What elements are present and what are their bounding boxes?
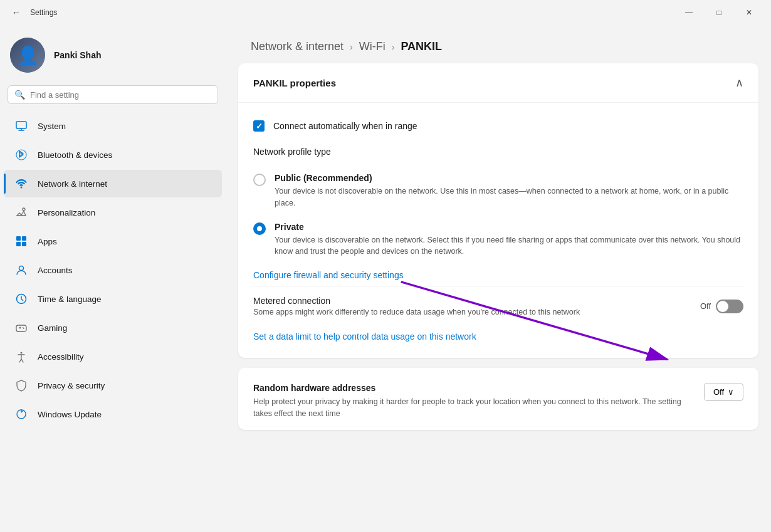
user-profile[interactable]: Panki Shah [0, 25, 226, 83]
random-hw-desc: Help protect your privacy by making it h… [253, 396, 694, 420]
radio-private[interactable]: Private Your device is discoverable on t… [253, 216, 743, 264]
sidebar-item-windowsupdate[interactable]: Windows Update [4, 400, 222, 428]
sidebar-item-network[interactable]: Network & internet [4, 170, 222, 197]
bluetooth-icon [14, 147, 29, 162]
window-controls: — □ ✕ [674, 3, 763, 23]
content-area: Network & internet › Wi-Fi › PANKIL PANK… [226, 25, 771, 532]
panel-header[interactable]: PANKIL properties ∧ [238, 63, 758, 103]
svg-point-11 [21, 352, 23, 354]
user-name: Panki Shah [54, 50, 101, 60]
network-icon [14, 176, 29, 191]
properties-panel: PANKIL properties ∧ Connect automaticall… [238, 63, 758, 358]
sidebar-item-gaming[interactable]: Gaming [4, 314, 222, 342]
metered-toggle[interactable] [716, 300, 743, 313]
radio-public[interactable]: Public (Recommended) Your device is not … [253, 167, 743, 216]
sidebar-item-bluetooth[interactable]: Bluetooth & devices [4, 141, 222, 169]
panel-title: PANKIL properties [253, 78, 336, 88]
sidebar-item-accounts[interactable]: Accounts [4, 256, 222, 284]
gaming-icon [14, 320, 29, 335]
search-input[interactable] [30, 90, 211, 100]
sidebar-item-update-label: Windows Update [38, 410, 102, 419]
svg-rect-0 [16, 122, 26, 128]
metered-desc: Some apps might work differently to redu… [253, 308, 700, 316]
svg-rect-5 [22, 236, 26, 241]
sidebar-item-personalization-label: Personalization [38, 208, 95, 217]
system-icon [14, 118, 29, 133]
breadcrumb: Network & internet › Wi-Fi › PANKIL [226, 25, 771, 63]
sidebar-item-personalization[interactable]: Personalization [4, 199, 222, 226]
panel-body: Connect automatically when in range Netw… [238, 103, 758, 358]
close-button[interactable]: ✕ [735, 3, 763, 23]
random-hw-body: Random hardware addresses Help protect y… [238, 368, 758, 430]
update-icon [14, 407, 29, 422]
search-box[interactable]: 🔍 [8, 85, 218, 104]
metered-title: Metered connection [253, 296, 700, 306]
app-body: Panki Shah 🔍 System Bluetooth & devices … [0, 25, 771, 532]
data-limit-link[interactable]: Set a data limit to help control data us… [253, 325, 743, 348]
svg-rect-6 [16, 242, 21, 246]
privacy-icon [14, 378, 29, 393]
svg-rect-7 [22, 242, 26, 246]
search-icon: 🔍 [14, 90, 25, 100]
metered-status: Off [700, 301, 711, 311]
breadcrumb-level3: PANKIL [401, 40, 442, 53]
breadcrumb-sep1: › [350, 42, 353, 52]
connect-auto-checkbox[interactable] [253, 120, 265, 132]
random-hw-panel: Random hardware addresses Help protect y… [238, 368, 758, 430]
titlebar: ← Settings — □ ✕ [0, 0, 771, 25]
radio-private-circle[interactable] [253, 222, 266, 235]
radio-public-title: Public (Recommended) [275, 173, 743, 183]
random-hw-dropdown[interactable]: Off ∨ [704, 383, 743, 401]
sidebar: Panki Shah 🔍 System Bluetooth & devices … [0, 25, 226, 532]
breadcrumb-sep2: › [392, 42, 395, 52]
panel-collapse-icon: ∧ [735, 76, 743, 90]
sidebar-item-privacy-label: Privacy & security [38, 381, 105, 390]
avatar [10, 38, 45, 73]
network-profile-title: Network profile type [253, 139, 743, 167]
sidebar-item-bluetooth-label: Bluetooth & devices [38, 150, 112, 160]
svg-rect-4 [16, 236, 21, 241]
back-button[interactable]: ← [8, 4, 25, 21]
app-title: Settings [30, 8, 57, 17]
sidebar-item-accessibility-label: Accessibility [38, 352, 84, 362]
accounts-icon [14, 263, 29, 278]
sidebar-item-apps[interactable]: Apps [4, 227, 222, 255]
accessibility-icon [14, 349, 29, 364]
svg-rect-10 [16, 325, 26, 331]
time-icon [14, 291, 29, 306]
sidebar-item-time-label: Time & language [38, 295, 102, 304]
maximize-button[interactable]: □ [705, 3, 733, 23]
radio-public-desc: Your device is not discoverable on the n… [275, 185, 743, 209]
personalization-icon [14, 205, 29, 220]
breadcrumb-level1[interactable]: Network & internet [251, 40, 344, 53]
svg-point-2 [21, 187, 23, 189]
sidebar-item-time[interactable]: Time & language [4, 285, 222, 313]
connect-auto-row[interactable]: Connect automatically when in range [253, 113, 743, 139]
firewall-link[interactable]: Configure firewall and security settings [253, 264, 743, 286]
sidebar-item-apps-label: Apps [38, 237, 57, 246]
metered-row: Metered connection Some apps might work … [253, 286, 743, 325]
sidebar-item-privacy[interactable]: Privacy & security [4, 372, 222, 399]
sidebar-item-gaming-label: Gaming [38, 323, 67, 333]
svg-point-3 [23, 208, 25, 211]
sidebar-item-system-label: System [38, 122, 66, 131]
minimize-button[interactable]: — [674, 3, 703, 23]
radio-private-desc: Your device is discoverable on the netwo… [275, 234, 743, 258]
apps-icon [14, 234, 29, 249]
breadcrumb-level2[interactable]: Wi-Fi [359, 40, 386, 53]
connect-auto-label: Connect automatically when in range [273, 121, 417, 131]
random-hw-title: Random hardware addresses [253, 383, 694, 393]
svg-point-8 [19, 266, 24, 271]
sidebar-item-accessibility[interactable]: Accessibility [4, 343, 222, 370]
sidebar-item-network-label: Network & internet [38, 179, 107, 189]
random-hw-status: Off [713, 387, 724, 397]
dropdown-chevron-icon: ∨ [728, 387, 734, 397]
radio-private-title: Private [275, 222, 743, 232]
radio-public-circle[interactable] [253, 174, 266, 186]
sidebar-item-system[interactable]: System [4, 112, 222, 140]
sidebar-item-accounts-label: Accounts [38, 266, 73, 275]
